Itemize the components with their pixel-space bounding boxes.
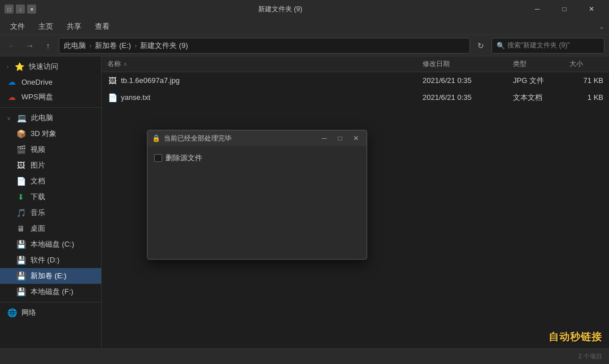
up-button[interactable]: ↑ [41, 38, 55, 53]
pictures-icon: 🖼 [16, 161, 26, 170]
drive-f-icon: 💾 [16, 287, 26, 296]
sidebar-item-downloads[interactable]: ⬇ 下载 [0, 189, 101, 205]
drive-e-icon: 💾 [16, 271, 26, 280]
sidebar-item-documents[interactable]: 📄 文档 [0, 173, 101, 189]
sidebar-divider-1 [0, 107, 101, 108]
col-header-size[interactable]: 大小 [564, 56, 609, 72]
sidebar-item-music[interactable]: 🎵 音乐 [0, 205, 101, 221]
sidebar-item-thispc[interactable]: ∨ 💻 此电脑 [0, 110, 101, 126]
wps-icon: ☁ [7, 93, 17, 102]
file-name-text-1: yanse.txt [121, 93, 150, 102]
file-date-0: 2021/6/21 0:35 [417, 76, 507, 85]
sidebar-item-onedrive[interactable]: ☁ OneDrive [0, 74, 101, 89]
col-type-label: 类型 [513, 59, 527, 69]
item-count: 2 个项目 [578, 352, 602, 361]
col-header-date[interactable]: 修改日期 [417, 56, 507, 72]
menu-home[interactable]: 主页 [33, 19, 59, 34]
sidebar-label-drive-c: 本地磁盘 (C:) [31, 239, 74, 249]
delete-source-checkbox[interactable] [154, 154, 162, 162]
sidebar-item-3d[interactable]: 📦 3D 对象 [0, 126, 101, 142]
network-icon: 🌐 [7, 308, 17, 317]
drive-d-icon: 💾 [16, 256, 26, 265]
completion-dialog[interactable]: 🔒 当前已经全部处理完毕 ─ □ ✕ 删除源文件 [147, 130, 367, 260]
dialog-title-text: 当前已经全部处理完毕 [164, 134, 315, 143]
window-title: 新建文件夹 (9) [40, 5, 521, 14]
search-box[interactable]: 🔍 搜索"新建文件夹 (9)" [491, 38, 604, 54]
sidebar-label-3d: 3D 对象 [31, 129, 56, 139]
col-size-label: 大小 [569, 59, 583, 69]
expand-arrow-pc: ∨ [7, 115, 11, 121]
dialog-close-button[interactable]: ✕ [350, 132, 362, 144]
back-button[interactable]: ← [5, 38, 19, 53]
titlebar: □ ↓ ▾ 新建文件夹 (9) ─ □ ✕ [0, 0, 609, 18]
address-sep-1: › [89, 41, 92, 50]
menu-share[interactable]: 共享 [61, 19, 87, 34]
forward-button[interactable]: → [23, 38, 37, 53]
sidebar-label-drive-f: 本地磁盘 (F:) [31, 287, 73, 297]
col-header-name[interactable]: 名称 ∧ [102, 56, 417, 72]
dialog-minimize-button[interactable]: ─ [318, 132, 330, 144]
sidebar-label-onedrive: OneDrive [21, 78, 53, 86]
toolbar: ← → ↑ 此电脑 › 新加卷 (E:) › 新建文件夹 (9) ↻ 🔍 搜索"… [0, 35, 609, 56]
address-computer: 此电脑 [64, 41, 86, 51]
col-date-label: 修改日期 [423, 59, 450, 69]
sidebar-item-drive-e[interactable]: 💾 新加卷 (E:) [0, 268, 101, 284]
minimize-button[interactable]: ─ [524, 0, 550, 18]
file-row-0[interactable]: 🖼 tb.1.6e0697a7.jpg 2021/6/21 0:35 JPG 文… [102, 72, 609, 89]
drive-c-icon: 💾 [16, 240, 26, 249]
column-headers: 名称 ∧ 修改日期 类型 大小 [102, 56, 609, 72]
computer-icon: 💻 [16, 113, 27, 122]
sidebar-item-wps[interactable]: ☁ WPS网盘 [0, 89, 101, 105]
sidebar-item-drive-c[interactable]: 💾 本地磁盘 (C:) [0, 236, 101, 252]
downloads-icon: ⬇ [16, 192, 26, 201]
desktop-icon: 🖥 [16, 224, 26, 233]
lock-icon: 🔒 [152, 134, 160, 142]
sidebar-item-video[interactable]: 🎬 视频 [0, 142, 101, 157]
watermark: 自动秒链接 [549, 330, 602, 344]
dialog-restore-button[interactable]: □ [334, 132, 346, 144]
sidebar-item-pictures[interactable]: 🖼 图片 [0, 157, 101, 173]
titlebar-controls: ─ □ ✕ [524, 0, 604, 18]
sidebar-item-quick-access[interactable]: › ⭐ 快速访问 [0, 59, 101, 74]
refresh-button[interactable]: ↻ [473, 38, 488, 53]
sidebar-label-wps: WPS网盘 [21, 92, 53, 102]
sidebar-item-drive-f[interactable]: 💾 本地磁盘 (F:) [0, 284, 101, 300]
address-drive: 新加卷 (E:) [95, 41, 131, 51]
file-name-1: 📄 yanse.txt [102, 93, 417, 103]
video-icon: 🎬 [16, 145, 26, 154]
sidebar-label-documents: 文档 [31, 176, 45, 186]
sidebar-label-drive-d: 软件 (D:) [31, 255, 59, 265]
sidebar-label-thispc: 此电脑 [31, 113, 53, 123]
sidebar-item-network[interactable]: 🌐 网络 [0, 305, 101, 321]
maximize-button[interactable]: □ [551, 0, 577, 18]
menu-view[interactable]: 查看 [89, 19, 115, 34]
file-type-0: JPG 文件 [507, 76, 564, 86]
file-row-1[interactable]: 📄 yanse.txt 2021/6/21 0:35 文本文档 1 KB [102, 89, 609, 106]
titlebar-icons: □ ↓ ▾ [5, 5, 36, 14]
address-bar[interactable]: 此电脑 › 新加卷 (E:) › 新建文件夹 (9) [59, 38, 470, 54]
sidebar-label-network: 网络 [21, 308, 36, 318]
file-date-1: 2021/6/21 0:35 [417, 93, 507, 102]
dialog-checkbox-row[interactable]: 删除源文件 [154, 153, 360, 163]
titlebar-icon-1: □ [5, 5, 14, 14]
titlebar-icon-2: ↓ [16, 5, 25, 14]
close-button[interactable]: ✕ [578, 0, 604, 18]
sidebar-item-desktop[interactable]: 🖥 桌面 [0, 221, 101, 236]
sidebar-label-desktop: 桌面 [31, 223, 45, 234]
menu-file[interactable]: 文件 [5, 19, 31, 34]
sidebar-label-pictures: 图片 [31, 160, 45, 170]
3d-icon: 📦 [16, 129, 26, 138]
status-bar: 2 个项目 [0, 348, 609, 364]
search-icon: 🔍 [497, 42, 505, 50]
menu-expand-arrow[interactable]: ⌄ [599, 23, 604, 30]
col-header-type[interactable]: 类型 [507, 56, 564, 72]
sidebar-label-music: 音乐 [31, 208, 45, 218]
file-size-0: 71 KB [564, 76, 609, 85]
sidebar-label-drive-e: 新加卷 (E:) [31, 271, 67, 281]
address-folder: 新建文件夹 (9) [140, 41, 188, 51]
sidebar-item-drive-d[interactable]: 💾 软件 (D:) [0, 252, 101, 268]
titlebar-icon-3: ▾ [27, 5, 36, 14]
sidebar-label-quick: 快速访问 [29, 62, 58, 72]
search-placeholder: 搜索"新建文件夹 (9)" [507, 41, 570, 50]
file-name-text-0: tb.1.6e0697a7.jpg [121, 76, 180, 85]
